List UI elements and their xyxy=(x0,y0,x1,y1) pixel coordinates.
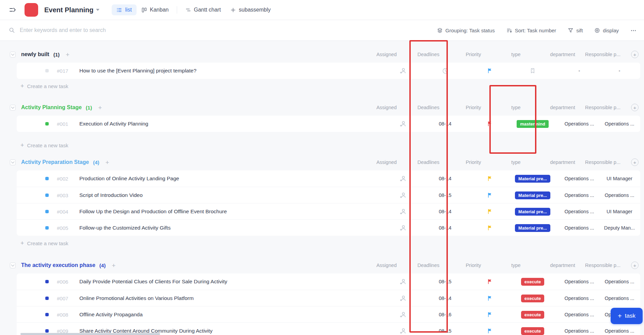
column-header-responsible[interactable]: Responsible p... xyxy=(578,157,627,168)
task-deadline[interactable]: 08-14 xyxy=(428,220,462,236)
status-dot[interactable] xyxy=(45,329,49,333)
add-column-button[interactable]: + xyxy=(631,262,639,269)
priority-flag-icon[interactable] xyxy=(473,290,507,306)
type-badge[interactable]: execute xyxy=(509,323,556,335)
group-add-task-icon[interactable]: + xyxy=(106,159,109,166)
column-header-priority[interactable]: Priority xyxy=(456,260,490,271)
task-responsible[interactable]: Operations ... xyxy=(596,323,640,335)
column-header-department[interactable]: department xyxy=(541,157,584,168)
task-responsible[interactable]: Operations ... xyxy=(596,116,640,132)
column-header-responsible[interactable]: Responsible p... xyxy=(578,260,627,271)
column-header-assigned[interactable]: Assigned xyxy=(370,102,404,113)
create-task-link[interactable]: + Create a new task xyxy=(20,239,68,247)
column-header-deadlines[interactable]: Deadlines xyxy=(411,49,445,60)
sidebar-toggle-icon[interactable] xyxy=(8,5,17,14)
display-control[interactable]: display xyxy=(594,28,619,33)
assign-user-icon[interactable] xyxy=(386,306,420,323)
tab-kanban[interactable]: Kanban xyxy=(137,4,173,15)
task-responsible[interactable]: UI Manager xyxy=(596,170,640,187)
group-collapse-toggle[interactable] xyxy=(10,105,16,111)
group-add-task-icon[interactable]: + xyxy=(112,262,115,269)
type-badge[interactable]: execute xyxy=(509,273,556,290)
group-collapse-toggle[interactable] xyxy=(10,160,16,165)
filter-control[interactable]: sift xyxy=(568,28,583,33)
task-row[interactable]: #004 Follow Up the Design and Production… xyxy=(17,203,640,219)
column-header-priority[interactable]: Priority xyxy=(456,49,490,60)
status-dot[interactable] xyxy=(45,177,49,180)
group-collapse-toggle[interactable] xyxy=(10,263,16,268)
create-task-link[interactable]: + Create a new task xyxy=(20,141,68,149)
group-add-task-icon[interactable]: + xyxy=(66,51,69,58)
task-deadline[interactable]: 08-15 xyxy=(428,187,462,203)
priority-flag-icon[interactable] xyxy=(473,187,507,203)
task-deadline[interactable]: 08-15 xyxy=(428,323,462,335)
task-title[interactable]: Execution of Activity Planning xyxy=(79,116,148,132)
task-row[interactable]: #003 Script of Introduction Video 08-15 … xyxy=(17,187,640,203)
assign-user-icon[interactable] xyxy=(386,220,420,236)
type-badge[interactable]: Material pre... xyxy=(509,203,556,220)
priority-flag-icon[interactable] xyxy=(473,273,507,290)
status-dot[interactable] xyxy=(45,297,49,300)
column-header-deadlines[interactable]: Deadlines xyxy=(411,102,445,113)
task-deadline[interactable]: 08-14 xyxy=(428,290,462,306)
task-deadline[interactable]: 08-14 xyxy=(428,203,462,220)
type-badge[interactable]: Material pre... xyxy=(509,170,556,187)
column-header-assigned[interactable]: Assigned xyxy=(370,49,404,60)
group-add-task-icon[interactable]: + xyxy=(98,104,102,111)
assign-user-icon[interactable] xyxy=(386,116,420,132)
priority-flag-icon[interactable] xyxy=(473,220,507,236)
column-header-responsible[interactable]: Responsible p... xyxy=(578,102,627,113)
add-column-button[interactable]: + xyxy=(631,51,639,58)
status-dot[interactable] xyxy=(45,226,49,230)
task-row[interactable]: #002 Production of Online Activity Landi… xyxy=(17,170,640,187)
task-row[interactable]: #007 Online Promotional Activities on Va… xyxy=(17,290,640,306)
task-responsible[interactable]: Operations ... xyxy=(596,273,640,290)
task-title[interactable]: Offline Activity Propaganda xyxy=(79,306,143,323)
project-dropdown-caret-icon[interactable] xyxy=(96,9,99,11)
horizontal-scrollbar[interactable] xyxy=(20,333,160,335)
task-responsible[interactable]: Deputy Man... xyxy=(596,220,640,236)
add-view-button[interactable]: subassembly xyxy=(225,4,275,15)
column-header-type[interactable]: type xyxy=(499,49,533,60)
status-dot[interactable] xyxy=(45,280,49,283)
type-badge[interactable]: Material pre... xyxy=(509,187,556,203)
column-header-priority[interactable]: Priority xyxy=(456,102,490,113)
priority-flag-icon[interactable] xyxy=(473,203,507,220)
task-responsible[interactable]: Operations ... xyxy=(596,187,640,203)
type-badge[interactable]: Material pre... xyxy=(509,220,556,236)
column-header-assigned[interactable]: Assigned xyxy=(370,157,404,168)
priority-flag-icon[interactable] xyxy=(473,306,507,323)
column-header-priority[interactable]: Priority xyxy=(456,157,490,168)
task-responsible[interactable]: - xyxy=(596,63,640,79)
column-header-type[interactable]: type xyxy=(499,157,533,168)
task-title[interactable]: Online Promotional Activities on Various… xyxy=(79,290,194,306)
task-title[interactable]: Daily Provide Potential Clues of Clients… xyxy=(79,273,227,290)
search-input[interactable] xyxy=(19,27,257,34)
column-header-assigned[interactable]: Assigned xyxy=(370,260,404,271)
column-header-responsible[interactable]: Responsible p... xyxy=(578,49,627,60)
type-badge[interactable]: mastermind xyxy=(509,116,556,132)
create-task-link[interactable]: + Create a new task xyxy=(20,82,68,90)
task-title[interactable]: Production of Online Activity Landing Pa… xyxy=(79,170,179,187)
type-badge[interactable]: execute xyxy=(509,306,556,323)
task-row[interactable]: #005 Follow-up the Customized Activity G… xyxy=(17,219,640,236)
project-logo[interactable] xyxy=(25,3,38,17)
task-row[interactable]: #001 Execution of Activity Planning 08-1… xyxy=(17,116,640,132)
task-responsible[interactable]: Operations ... xyxy=(596,290,640,306)
status-dot[interactable] xyxy=(45,122,49,125)
task-deadline[interactable]: 08-15 xyxy=(428,273,462,290)
add-column-button[interactable]: + xyxy=(631,104,639,111)
column-header-type[interactable]: type xyxy=(499,260,533,271)
column-header-type[interactable]: type xyxy=(499,102,533,113)
type-badge[interactable]: execute xyxy=(509,290,556,306)
priority-flag-icon[interactable] xyxy=(473,63,507,79)
status-dot[interactable] xyxy=(45,313,49,316)
assign-user-icon[interactable] xyxy=(386,273,420,290)
task-deadline[interactable]: 08-14 xyxy=(428,170,462,187)
group-collapse-toggle[interactable] xyxy=(10,52,16,57)
sort-control[interactable]: Sort: Task number xyxy=(506,28,556,33)
column-header-department[interactable]: department xyxy=(541,102,584,113)
task-title[interactable]: Follow Up the Design and Production of O… xyxy=(79,203,227,220)
assign-user-icon[interactable] xyxy=(386,203,420,220)
grouping-control[interactable]: Grouping: Task status xyxy=(437,28,495,33)
